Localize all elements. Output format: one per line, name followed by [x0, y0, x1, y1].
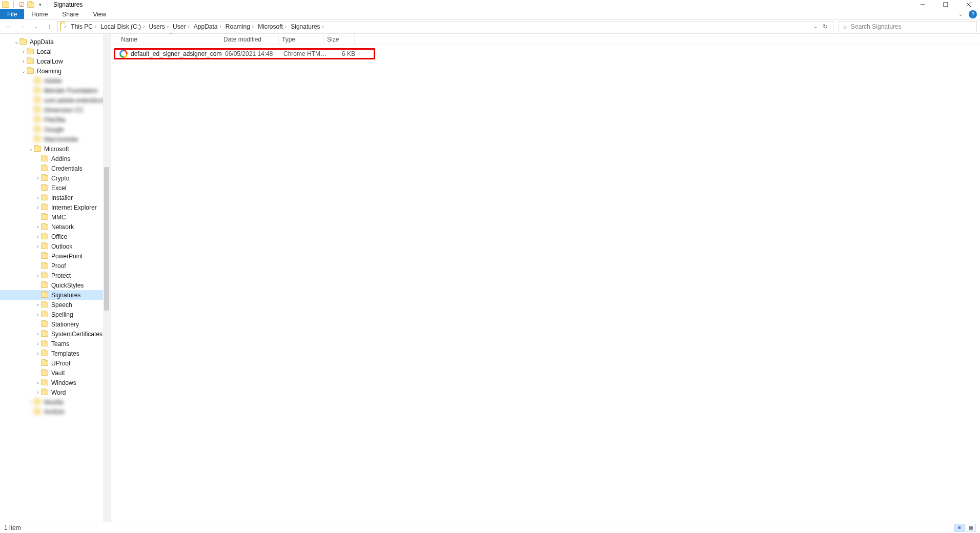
forward-button[interactable]: →	[18, 23, 27, 31]
scrollbar-thumb[interactable]	[104, 167, 109, 311]
tree-item[interactable]: ›Installer	[0, 193, 110, 202]
tab-file[interactable]: File	[0, 9, 24, 19]
address-bar[interactable]: › This PC›Local Disk (C:)›Users›User›App…	[57, 21, 833, 32]
tree-item[interactable]: ›Office	[0, 232, 110, 241]
navigation-bar: ← → ⌄ ↑ › This PC›Local Disk (C:)›Users›…	[0, 19, 980, 34]
twisty-icon[interactable]: ›	[21, 49, 27, 54]
twisty-icon[interactable]: ›	[35, 234, 41, 239]
up-button[interactable]: ↑	[45, 23, 53, 31]
tree-item[interactable]: ›LocalLow	[0, 56, 110, 66]
column-date[interactable]: Date modified	[220, 34, 279, 45]
breadcrumb-item[interactable]: Signatures›	[289, 23, 326, 30]
tree-item[interactable]: ›Mozilla	[0, 397, 110, 407]
tree-item[interactable]: Proof	[0, 261, 110, 271]
recent-locations-icon[interactable]: ⌄	[32, 23, 40, 31]
qat-customize-icon[interactable]: ▾	[36, 1, 44, 8]
column-name[interactable]: Name ⌃	[118, 34, 220, 45]
tree-item[interactable]: ›Network	[0, 222, 110, 232]
chevron-right-icon: ›	[285, 24, 287, 29]
new-folder-icon[interactable]	[27, 1, 34, 8]
tree-item[interactable]: ›SystemCertificates	[0, 329, 110, 339]
maximize-button[interactable]	[934, 0, 957, 9]
twisty-icon[interactable]: ›	[21, 58, 27, 64]
tab-home[interactable]: Home	[24, 9, 55, 19]
close-button[interactable]	[957, 0, 980, 9]
twisty-icon[interactable]: ⌄	[21, 68, 27, 74]
tree-scrollbar[interactable]	[103, 34, 110, 522]
tree-item[interactable]: FileZilla	[0, 115, 110, 125]
tree-item[interactable]: PowerPoint	[0, 251, 110, 261]
minimize-button[interactable]	[911, 0, 934, 9]
tree-item[interactable]: Dimension CC	[0, 105, 110, 115]
tree-item[interactable]: ›Windows	[0, 378, 110, 387]
tree-item[interactable]: Google	[0, 125, 110, 134]
twisty-icon[interactable]: ›	[35, 312, 41, 317]
tree-item[interactable]: Stationery	[0, 319, 110, 329]
twisty-icon[interactable]: ›	[35, 389, 41, 395]
tree-item[interactable]: Signatures	[0, 290, 110, 300]
tree-item[interactable]: NVIDIA	[0, 407, 110, 417]
column-type[interactable]: Type	[279, 34, 324, 45]
breadcrumb-item[interactable]: AppData›	[192, 23, 223, 30]
breadcrumb-item[interactable]: Roaming›	[223, 23, 256, 30]
tree-item[interactable]: ›Internet Explorer	[0, 202, 110, 212]
folder-icon	[41, 243, 48, 249]
tree-item[interactable]: Vault	[0, 368, 110, 378]
tree-item[interactable]: ›Word	[0, 387, 110, 397]
ribbon-expand-icon[interactable]: ⌄	[958, 11, 963, 17]
tree-item[interactable]: QuickStyles	[0, 280, 110, 290]
tree-item[interactable]: ⌄Roaming	[0, 66, 110, 76]
tree-item[interactable]: AddIns	[0, 154, 110, 163]
column-size[interactable]: Size	[324, 34, 355, 45]
crumb-sep[interactable]: ›	[62, 24, 68, 29]
tree-item[interactable]: ⌄Microsoft	[0, 144, 110, 154]
properties-icon[interactable]: ☑	[18, 1, 25, 8]
icons-view-button[interactable]: ▦	[966, 524, 976, 532]
twisty-icon[interactable]: ›	[35, 204, 41, 210]
tree-item[interactable]: ›Teams	[0, 339, 110, 348]
twisty-icon[interactable]: ›	[35, 351, 41, 356]
tree-item[interactable]: ›Speech	[0, 300, 110, 310]
twisty-icon[interactable]: ›	[35, 302, 41, 308]
file-row[interactable]: default_ed_signer_adsigner_com06/05/2021…	[114, 48, 375, 59]
tree-item[interactable]: Adobe	[0, 76, 110, 86]
search-box[interactable]: ⌕ Search Signatures	[839, 21, 977, 32]
twisty-icon[interactable]: ›	[35, 195, 41, 200]
twisty-icon[interactable]: ›	[35, 243, 41, 249]
breadcrumb-item[interactable]: Microsoft›	[256, 23, 289, 30]
tree-item[interactable]: com.adobe.extendscript	[0, 95, 110, 105]
twisty-icon[interactable]: ›	[28, 399, 34, 405]
breadcrumb-item[interactable]: This PC›	[69, 23, 98, 30]
tree-item[interactable]: ›Outlook	[0, 241, 110, 251]
tab-share[interactable]: Share	[55, 9, 86, 19]
help-icon[interactable]: ?	[969, 10, 977, 18]
twisty-icon[interactable]: ⌄	[13, 39, 19, 45]
breadcrumb-item[interactable]: Users›	[147, 23, 171, 30]
breadcrumb-item[interactable]: Local Disk (C:)›	[98, 23, 147, 30]
tree-item[interactable]: Blender Foundation	[0, 86, 110, 95]
refresh-icon[interactable]: ↻	[823, 23, 828, 30]
back-button[interactable]: ←	[5, 23, 13, 31]
twisty-icon[interactable]: ›	[35, 331, 41, 337]
twisty-icon[interactable]: ›	[35, 175, 41, 181]
tab-view[interactable]: View	[86, 9, 113, 19]
tree-item[interactable]: MMC	[0, 212, 110, 222]
tree-item[interactable]: Excel	[0, 183, 110, 193]
tree-item[interactable]: Macromedia	[0, 134, 110, 144]
tree-item[interactable]: ›Templates	[0, 348, 110, 358]
twisty-icon[interactable]: ›	[35, 273, 41, 278]
tree-item[interactable]: ›Crypto	[0, 173, 110, 183]
history-dropdown-icon[interactable]: ⌄	[813, 24, 818, 29]
tree-item[interactable]: UProof	[0, 358, 110, 368]
tree-item[interactable]: ›Protect	[0, 271, 110, 280]
tree-item[interactable]: ›Spelling	[0, 310, 110, 319]
tree-item[interactable]: Credentials	[0, 163, 110, 173]
twisty-icon[interactable]: ›	[35, 380, 41, 385]
twisty-icon[interactable]: ⌄	[28, 146, 34, 152]
twisty-icon[interactable]: ›	[35, 224, 41, 230]
details-view-button[interactable]: ≡	[954, 524, 965, 532]
breadcrumb-item[interactable]: User›	[171, 23, 192, 30]
twisty-icon[interactable]: ›	[35, 341, 41, 346]
tree-item[interactable]: ›Local	[0, 47, 110, 56]
tree-item[interactable]: ⌄AppData	[0, 37, 110, 47]
